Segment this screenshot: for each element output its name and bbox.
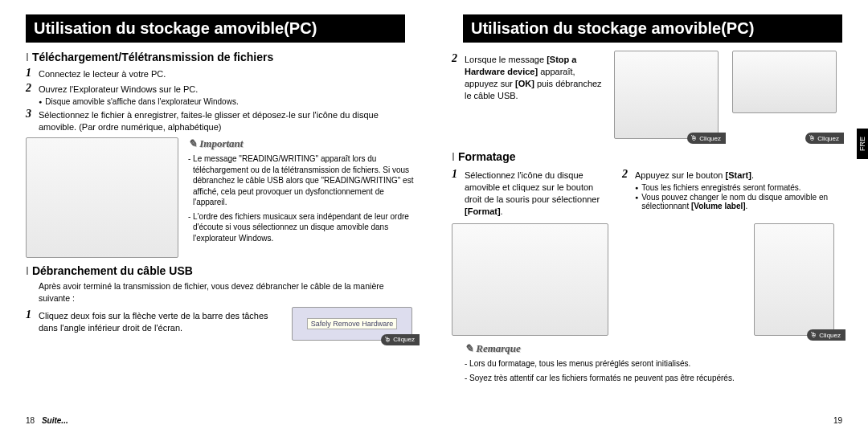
step-number: 1 bbox=[26, 308, 39, 334]
format-step-1: 1 Sélectionnez l'icône du disque amovibl… bbox=[452, 168, 612, 217]
format-steps-row: 1 Sélectionnez l'icône du disque amovibl… bbox=[452, 166, 842, 219]
explorer-and-note-row: Important - Le message "READING/WRITING"… bbox=[26, 137, 416, 258]
format-dialog-screenshot bbox=[754, 223, 834, 336]
step-text: Lorsque le message [Stop a Hardware devi… bbox=[465, 52, 604, 101]
format-screenshots-row: Cliquez bbox=[452, 223, 842, 336]
page-right: Utilisation du stockage amovible(PC) 2 L… bbox=[434, 0, 868, 433]
t-bold: [OK] bbox=[515, 79, 534, 88]
important-note: Important - Le message "READING/WRITING"… bbox=[188, 137, 416, 258]
disconnect-intro: Après avoir terminé la transmission de f… bbox=[39, 280, 416, 303]
t-bold: [Format] bbox=[465, 206, 501, 216]
section-bar-icon: I bbox=[26, 264, 29, 277]
section-download-label: Téléchargement/Télétransmission de fichi… bbox=[32, 51, 273, 63]
step-2: 2 Ouvrez l'Explorateur Windows sur le PC… bbox=[26, 82, 416, 96]
section-disconnect-label: Débranchement du câble USB bbox=[32, 264, 193, 277]
step-1: 1 Connectez le lecteur à votre PC. bbox=[26, 67, 416, 80]
click-tag: Cliquez bbox=[687, 133, 726, 144]
t: Lorsque le message bbox=[465, 55, 544, 64]
stop-hardware-row: 2 Lorsque le message [Stop a Hardware de… bbox=[452, 51, 842, 139]
step-number: 1 bbox=[452, 168, 465, 217]
remarque-title: Remarque bbox=[465, 342, 842, 355]
step-text: Connectez le lecteur à votre PC. bbox=[39, 67, 166, 80]
step-number: 2 bbox=[622, 168, 635, 182]
click-tag: Cliquez bbox=[805, 133, 844, 144]
format-dialog-wrap: Cliquez bbox=[754, 223, 842, 336]
t: . bbox=[751, 170, 754, 180]
format-bullet-2: Vous pouvez changer le nom du disque amo… bbox=[635, 193, 842, 210]
section-bar-icon: I bbox=[452, 150, 455, 163]
bullet-text: Tous les fichiers enregistrés seront for… bbox=[641, 183, 800, 192]
important-body: - Le message "READING/WRITING" apparaît … bbox=[188, 153, 416, 243]
disconnect-step1-col: 1 Cliquez deux fois sur la flèche verte … bbox=[26, 307, 282, 341]
step-text: Cliquez deux fois sur la flèche verte de… bbox=[39, 308, 282, 334]
remarque-p1: - Lors du formatage, tous les menus prér… bbox=[465, 358, 842, 370]
page-num: 18 bbox=[26, 416, 35, 425]
format-explorer-wrap bbox=[452, 223, 612, 336]
step-number: 2 bbox=[452, 52, 465, 101]
stop-hardware-dialog-screenshot bbox=[614, 51, 719, 139]
confirm-dialog-screenshot bbox=[732, 51, 837, 113]
t-bold: [Volume label] bbox=[691, 202, 746, 210]
disconnect-row: 1 Cliquez deux fois sur la flèche verte … bbox=[26, 307, 416, 341]
disconnect-step-1: 1 Cliquez deux fois sur la flèche verte … bbox=[26, 308, 282, 334]
section-disconnect-title: IDébranchement du câble USB bbox=[26, 264, 416, 277]
click-label: Cliquez bbox=[817, 135, 839, 142]
step-number: 2 bbox=[26, 82, 39, 96]
important-title: Important bbox=[188, 137, 416, 150]
t: Sélectionnez l'icône du disque amovible … bbox=[465, 170, 600, 204]
section-bar-icon: I bbox=[26, 51, 29, 63]
t: . bbox=[501, 206, 503, 216]
dialog2-wrap: Cliquez bbox=[732, 51, 841, 139]
bullet-text: Vous pouvez changer le nom du disque amo… bbox=[641, 193, 842, 210]
click-label: Cliquez bbox=[699, 135, 721, 142]
step-3: 3 Sélectionnez le fichier à enregistrer,… bbox=[26, 108, 416, 133]
page-number-left: 18 Suite... bbox=[26, 416, 68, 425]
step-text: Appuyez sur le bouton [Start]. bbox=[635, 168, 754, 182]
suite-label: Suite... bbox=[42, 416, 68, 425]
explorer-screenshot-wrap bbox=[26, 137, 178, 258]
t-bold: [Start] bbox=[726, 170, 751, 180]
format-explorer-screenshot bbox=[452, 223, 608, 336]
click-label: Cliquez bbox=[393, 336, 415, 343]
format-step2-col: 2 Appuyez sur le bouton [Start]. Tous le… bbox=[622, 166, 842, 219]
page-left: Utilisation du stockage amovible(PC) ITé… bbox=[0, 0, 434, 433]
page-title-left: Utilisation du stockage amovible(PC) bbox=[26, 14, 416, 43]
important-p1: - Le message "READING/WRITING" apparaît … bbox=[188, 153, 416, 208]
page-number-right: 19 bbox=[833, 416, 842, 425]
dialog1-wrap: Cliquez bbox=[614, 51, 723, 139]
tray-tooltip-text: Safely Remove Hardware bbox=[307, 318, 398, 329]
step-text: Ouvrez l'Explorateur Windows sur le PC. bbox=[39, 82, 198, 96]
remarque-body: - Lors du formatage, tous les menus prér… bbox=[465, 358, 842, 383]
stop-step-2: 2 Lorsque le message [Stop a Hardware de… bbox=[452, 52, 604, 101]
section-download-title: ITéléchargement/Télétransmission de fich… bbox=[26, 51, 416, 63]
click-tag: Cliquez bbox=[807, 329, 845, 341]
step-number: 3 bbox=[26, 108, 39, 133]
step-text: Sélectionnez l'icône du disque amovible … bbox=[465, 168, 612, 217]
step-2-bullet: Disque amovible s'affiche dans l'explora… bbox=[39, 97, 416, 106]
language-tab: FRE bbox=[857, 129, 868, 159]
stop-hardware-text: 2 Lorsque le message [Stop a Hardware de… bbox=[452, 51, 604, 139]
remarque-p2: - Soyez très attentif car les fichiers f… bbox=[465, 373, 842, 384]
important-p2: - L'ordre des fichiers musicaux sera ind… bbox=[188, 211, 416, 244]
format-step-2: 2 Appuyez sur le bouton [Start]. bbox=[622, 168, 842, 182]
explorer-screenshot bbox=[26, 137, 178, 258]
bullet-text: Disque amovible s'affiche dans l'explora… bbox=[45, 97, 238, 106]
format-step1-col: 1 Sélectionnez l'icône du disque amovibl… bbox=[452, 166, 612, 219]
t: . bbox=[746, 202, 748, 210]
click-label: Cliquez bbox=[819, 332, 841, 339]
format-bullet-1: Tous les fichiers enregistrés seront for… bbox=[635, 183, 842, 192]
t: Appuyez sur le bouton bbox=[635, 170, 723, 180]
step-text: Sélectionnez le fichier à enregistrer, f… bbox=[39, 108, 416, 133]
step-number: 1 bbox=[26, 67, 39, 80]
page-title-right: Utilisation du stockage amovible(PC) bbox=[452, 14, 842, 43]
manual-spread: Utilisation du stockage amovible(PC) ITé… bbox=[0, 0, 868, 433]
remarque-note: Remarque - Lors du formatage, tous les m… bbox=[465, 342, 842, 383]
click-tag: Cliquez bbox=[381, 334, 420, 345]
section-format-title: IFormatage bbox=[452, 150, 842, 163]
section-format-label: Formatage bbox=[458, 150, 516, 163]
tray-screenshot-wrap: Safely Remove Hardware Cliquez bbox=[292, 307, 416, 341]
